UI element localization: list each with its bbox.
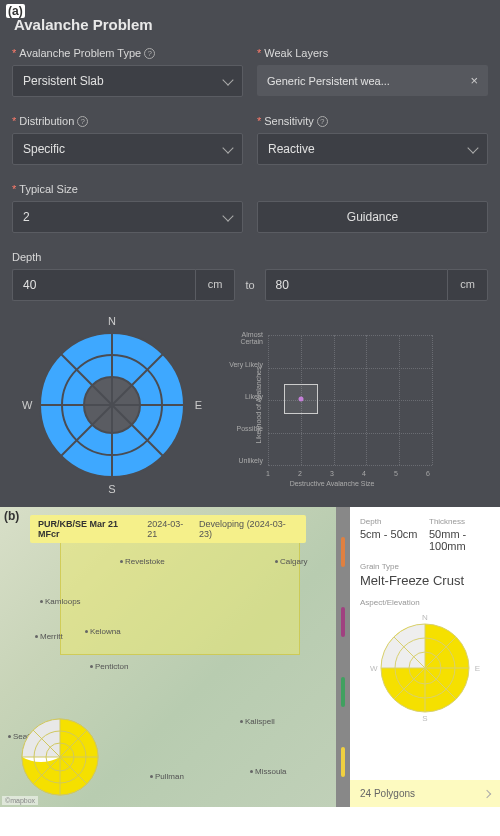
strip-segment[interactable] — [341, 607, 345, 637]
guidance-button[interactable]: Guidance — [257, 201, 488, 233]
panel-b-label: (b) — [4, 509, 19, 523]
depth-label: Depth — [360, 517, 421, 526]
sensitivity-label: *Sensitivity ? — [257, 115, 488, 127]
depth-to: to — [245, 279, 254, 291]
thickness-label: Thickness — [429, 517, 490, 526]
help-icon: ? — [144, 48, 155, 59]
rose-n: N — [108, 315, 116, 327]
depth-label: Depth — [12, 251, 488, 263]
map-aspect-rose — [20, 717, 100, 797]
typical-size-select[interactable]: 2 — [12, 201, 243, 233]
chevron-down-icon — [467, 142, 478, 153]
aspect-label: Aspect/Elevation — [360, 598, 490, 607]
distribution-select[interactable]: Specific — [12, 133, 243, 165]
depth-max-input[interactable]: 80 — [265, 269, 448, 301]
map-region-overlay — [60, 535, 300, 655]
polygons-button[interactable]: 24 Polygons — [350, 780, 500, 807]
grain-label: Grain Type — [360, 562, 490, 571]
avalanche-problem-panel: (a) Avalanche Problem *Avalanche Problem… — [0, 0, 500, 507]
panel-title: Avalanche Problem — [14, 16, 488, 33]
rose-s: S — [108, 483, 115, 495]
grain-value: Melt-Freeze Crust — [360, 573, 490, 588]
depth-value: 5cm - 50cm — [360, 528, 421, 540]
strip-segment[interactable] — [341, 747, 345, 777]
chevron-down-icon — [222, 74, 233, 85]
problem-type-label: *Avalanche Problem Type ? — [12, 47, 243, 59]
help-icon: ? — [317, 116, 328, 127]
depth-unit: cm — [447, 269, 488, 301]
help-icon: ? — [77, 116, 88, 127]
strip-segment[interactable] — [341, 537, 345, 567]
map-attribution: ©mapbox — [2, 796, 38, 805]
chevron-right-icon — [483, 789, 491, 797]
sensitivity-select[interactable]: Reactive — [257, 133, 488, 165]
weak-layers-label: *Weak Layers — [257, 47, 488, 59]
rose-w: W — [22, 399, 32, 411]
layer-strip — [336, 507, 350, 807]
problem-type-select[interactable]: Persistent Slab — [12, 65, 243, 97]
hazard-chart[interactable]: Likelihood of Avalanches Almost Certain … — [222, 325, 442, 485]
weak-layers-select[interactable]: Generic Persistent wea... × — [257, 65, 488, 96]
thickness-value: 50mm - 100mm — [429, 528, 490, 552]
details-panel: Depth 5cm - 50cm Thickness 50mm - 100mm … — [350, 507, 500, 807]
typical-size-label: *Typical Size — [12, 183, 243, 195]
hazard-x-axis: Destructive Avalanche Size — [290, 480, 375, 487]
hazard-marker — [284, 384, 318, 414]
rose-e: E — [195, 399, 202, 411]
map-banner[interactable]: PUR/KB/SE Mar 21 MFcr 2024-03-21 Develop… — [30, 515, 306, 543]
depth-unit: cm — [195, 269, 236, 301]
map-panel: (b) PUR/KB/SE Mar 21 MFcr 2024-03-21 Dev… — [0, 507, 500, 807]
close-icon[interactable]: × — [470, 73, 478, 88]
map[interactable]: PUR/KB/SE Mar 21 MFcr 2024-03-21 Develop… — [0, 507, 336, 807]
aspect-rose-chart[interactable]: N E S W — [22, 315, 202, 495]
depth-min-input[interactable]: 40 — [12, 269, 195, 301]
chevron-down-icon — [222, 210, 233, 221]
panel-a-label: (a) — [6, 4, 25, 18]
chevron-down-icon — [222, 142, 233, 153]
distribution-label: *Distribution ? — [12, 115, 243, 127]
strip-segment[interactable] — [341, 677, 345, 707]
side-aspect-rose: N E S W — [370, 613, 480, 723]
